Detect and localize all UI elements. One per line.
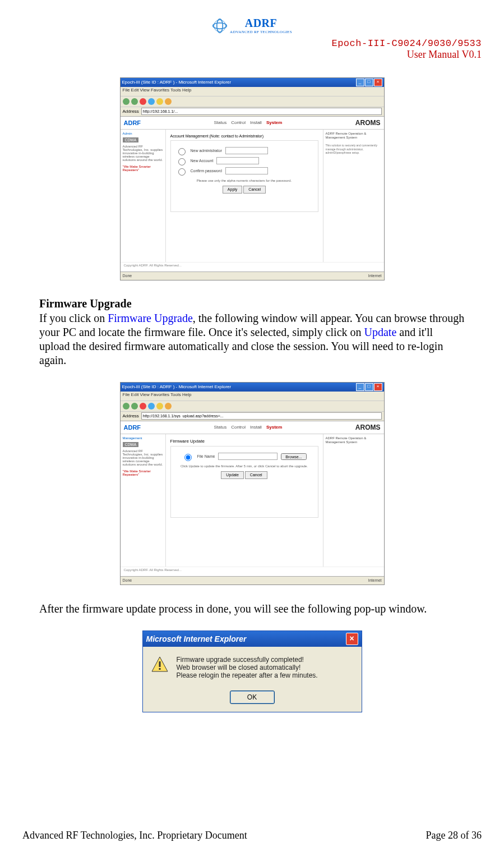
window-titlebar: Epoch-III (Site ID : ADRF ) - Microsoft … xyxy=(121,78,384,87)
cancel-button[interactable]: Cancel xyxy=(243,186,266,194)
maximize-icon[interactable]: □ xyxy=(365,383,373,391)
footer-right: Page 28 of 36 xyxy=(426,830,482,841)
right-text: This solution to securely and convenient… xyxy=(326,144,382,155)
popup-title: Microsoft Internet Explorer xyxy=(146,634,247,643)
tab-system[interactable]: System xyxy=(266,425,282,430)
sidebar-slogan: "We Make Smarter Repeaters" xyxy=(123,470,163,476)
adrf-logo-icon xyxy=(212,18,228,34)
input-account[interactable] xyxy=(216,157,259,164)
back-icon[interactable] xyxy=(123,98,130,105)
ie-menu[interactable]: File Edit View Favorites Tools Help xyxy=(121,392,384,401)
home-icon[interactable] xyxy=(148,98,155,105)
footer-left: Advanced RF Technologies, Inc. Proprieta… xyxy=(22,830,247,841)
paragraph-2: After the firmware update process in don… xyxy=(39,602,465,616)
brand-text: ADRF xyxy=(245,17,278,29)
minimize-icon[interactable]: _ xyxy=(356,383,364,391)
close-icon[interactable]: × xyxy=(374,79,382,86)
address-label: Address xyxy=(123,109,139,114)
input-admin[interactable] xyxy=(225,147,268,154)
tab-status[interactable]: Status xyxy=(214,120,227,125)
radio-account[interactable] xyxy=(178,158,186,165)
app-subtitle: ADRF Remote Operation & Management Syste… xyxy=(326,132,382,141)
apply-button[interactable]: Apply xyxy=(223,186,243,194)
svg-point-0 xyxy=(213,22,227,29)
close-icon[interactable]: × xyxy=(346,633,358,645)
app-tabs: Status Control Install System xyxy=(214,120,283,125)
sidebar-link[interactable]: Admin xyxy=(123,132,163,135)
minimize-icon[interactable]: _ xyxy=(356,79,364,86)
status-right: Internet xyxy=(368,578,382,582)
tab-status[interactable]: Status xyxy=(214,425,227,430)
screenshot-account-mgmt: Epoch-III (Site ID : ADRF ) - Microsoft … xyxy=(120,77,385,280)
app-logo: ADRF xyxy=(124,424,141,431)
ie-statusbar: Done Internet xyxy=(121,576,384,585)
search-icon[interactable] xyxy=(156,403,163,409)
ie-toolbar[interactable] xyxy=(121,401,384,412)
back-icon[interactable] xyxy=(123,403,130,409)
address-bar: Address xyxy=(121,412,384,421)
screenshot-firmware-update: Epoch-III (Site ID : ADRF ) - Microsoft … xyxy=(120,382,385,585)
search-icon[interactable] xyxy=(156,98,163,105)
tab-system[interactable]: System xyxy=(266,120,282,125)
stop-icon[interactable] xyxy=(140,403,146,409)
app-tabs: Status Control Install System xyxy=(214,425,283,430)
firmware-panel: File Name Browse... Click Update to upda… xyxy=(170,446,318,518)
status-right: Internet xyxy=(368,274,382,278)
window-title: Epoch-III (Site ID : ADRF ) - Microsoft … xyxy=(122,384,232,389)
address-input[interactable] xyxy=(141,412,382,420)
update-button[interactable]: Update xyxy=(221,471,244,479)
tab-control[interactable]: Control xyxy=(231,425,246,430)
input-confirm[interactable] xyxy=(225,167,268,174)
section-title: Firmware Upgrade xyxy=(39,297,465,310)
header-version: User Manual V0.1 xyxy=(22,49,482,61)
ie-toolbar[interactable] xyxy=(121,96,384,107)
svg-point-2 xyxy=(212,18,228,34)
app-copyright: Copyright ADRF. All Rights Reserved... xyxy=(121,567,384,576)
address-input[interactable] xyxy=(141,108,382,115)
panel-note: Please use only the alpha-numeric charac… xyxy=(175,179,313,182)
ie-menu[interactable]: File Edit View Favorites Tools Help xyxy=(121,87,384,96)
link-update: Update xyxy=(364,326,397,338)
sidebar-link[interactable]: Management xyxy=(123,436,163,440)
file-input[interactable] xyxy=(218,453,278,460)
radio-filename[interactable] xyxy=(184,454,192,461)
radio-confirm[interactable] xyxy=(178,168,186,176)
link-firmware-upgrade: Firmware Upgrade xyxy=(108,312,193,324)
window-titlebar: Epoch-III (Site ID : ADRF ) - Microsoft … xyxy=(121,383,384,392)
home-icon[interactable] xyxy=(148,403,155,409)
tab-install[interactable]: Install xyxy=(250,425,262,430)
address-bar: Address xyxy=(121,107,384,117)
close-icon[interactable]: × xyxy=(374,383,382,391)
ok-button[interactable]: OK xyxy=(230,691,275,704)
sidebar-slogan: "We Make Smarter Repeaters" xyxy=(123,165,163,172)
svg-rect-4 xyxy=(159,661,160,667)
header-model: Epoch-III-C9024/9030/9533 xyxy=(22,38,482,49)
favorites-icon[interactable] xyxy=(165,403,172,409)
tab-install[interactable]: Install xyxy=(250,120,262,125)
sidebar: Admin CDMA Advanced RF Technologies, Inc… xyxy=(121,130,166,262)
field-confirm: Confirm password xyxy=(191,169,222,173)
stop-icon[interactable] xyxy=(140,98,146,105)
svg-rect-5 xyxy=(159,668,160,670)
status-left: Done xyxy=(123,274,132,278)
right-pane: ADRF Remote Operation & Management Syste… xyxy=(323,130,384,262)
field-account: New Account xyxy=(191,159,214,163)
app-logo: ADRF xyxy=(124,119,141,126)
file-label: File Name xyxy=(197,454,215,458)
tab-control[interactable]: Control xyxy=(231,120,246,125)
svg-point-1 xyxy=(217,19,223,33)
radio-admin[interactable] xyxy=(178,148,186,155)
cancel-button[interactable]: Cancel xyxy=(245,471,267,479)
panel-title: Firmware Update xyxy=(170,439,318,444)
maximize-icon[interactable]: □ xyxy=(365,79,373,86)
forward-icon[interactable] xyxy=(131,98,138,105)
field-admin: New administrator xyxy=(191,149,222,153)
window-title: Epoch-III (Site ID : ADRF ) - Microsoft … xyxy=(122,80,232,85)
forward-icon[interactable] xyxy=(131,403,138,409)
ie-statusbar: Done Internet xyxy=(121,271,384,280)
browse-button[interactable]: Browse... xyxy=(281,453,306,460)
favorites-icon[interactable] xyxy=(165,98,172,105)
paragraph-1: If you click on Firmware Upgrade, the fo… xyxy=(39,311,465,367)
app-title: AROMS xyxy=(355,424,381,431)
app-copyright: Copyright ADRF. All Rights Reserved... xyxy=(121,262,384,271)
